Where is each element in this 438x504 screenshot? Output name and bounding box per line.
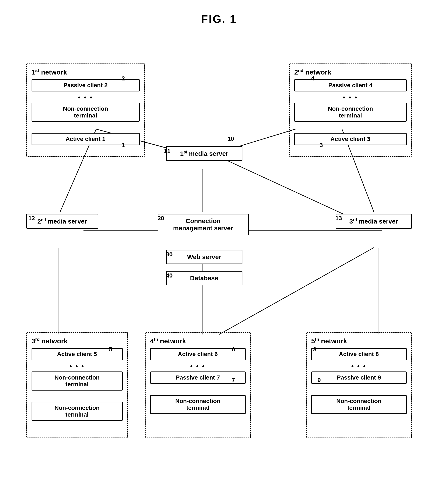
connection-mgmt-box: Connectionmanagement server [158,214,249,235]
dots-5a: • • • [311,362,407,370]
network-5-box: 5th network Active client 8 • • • Passiv… [306,332,412,438]
network-3-box: 3rd network Active client 5 • • • Non-co… [26,332,128,438]
ref-6: 6 [232,346,235,353]
ref-1: 1 [122,142,125,149]
non-connection-terminal-4a-box: Non-connectionterminal [150,395,246,414]
network-1-label: 1st network [32,68,140,76]
ref-8: 8 [313,346,317,353]
ref-4: 4 [311,75,315,82]
network-4-label: 4th network [150,337,246,345]
non-connection-terminal-5a-box: Non-connectionterminal [311,395,407,414]
non-connection-terminal-1a-box: Non-connectionterminal [32,103,140,122]
ref-3: 3 [319,142,323,149]
ref-10: 10 [228,136,234,142]
dots-3a: • • • [32,362,123,370]
passive-client-7-box: Passive client 7 [150,371,246,384]
active-client-6-box: Active client 6 [150,348,246,360]
active-client-3-box: Active client 3 [294,133,407,145]
network-3-label: 3rd network [32,337,123,345]
ref-13: 13 [335,215,342,222]
active-client-8-box: Active client 8 [311,348,407,360]
non-connection-terminal-3b-box: Non-connectionterminal [32,402,123,421]
media-server-1-box: 1st media server [166,146,242,161]
network-1-box: 1st network Passive client 2 • • • Non-c… [26,63,145,157]
database-box: Database [166,271,242,285]
web-server-box: Web server [166,250,242,264]
ref-20: 20 [158,215,164,222]
ref-5: 5 [109,346,112,353]
dots-4a: • • • [150,362,246,370]
passive-client-9-box: Passive client 9 [311,371,407,384]
media-server-2-box: 2nd media server [26,214,98,229]
page-title: FIG. 1 [201,13,237,25]
non-connection-terminal-2a-box: Non-connectionterminal [294,103,407,122]
ref-9: 9 [318,377,321,384]
media-server-3-box: 3rd media server [336,214,412,229]
ref-30: 30 [166,251,173,258]
dots-2a: • • • [294,94,407,101]
ref-11: 11 [164,148,171,155]
ref-40: 40 [166,272,173,279]
network-5-label: 5th network [311,337,407,345]
network-2-label: 2nd network [294,68,407,76]
network-2-box: 2nd network Passive client 4 • • • Non-c… [289,63,412,157]
ref-2: 2 [122,75,125,82]
ref-12: 12 [28,215,35,222]
ref-7: 7 [232,377,235,384]
non-connection-terminal-3a-box: Non-connectionterminal [32,371,123,390]
dots-1a: • • • [32,94,140,101]
svg-line-5 [223,159,361,222]
